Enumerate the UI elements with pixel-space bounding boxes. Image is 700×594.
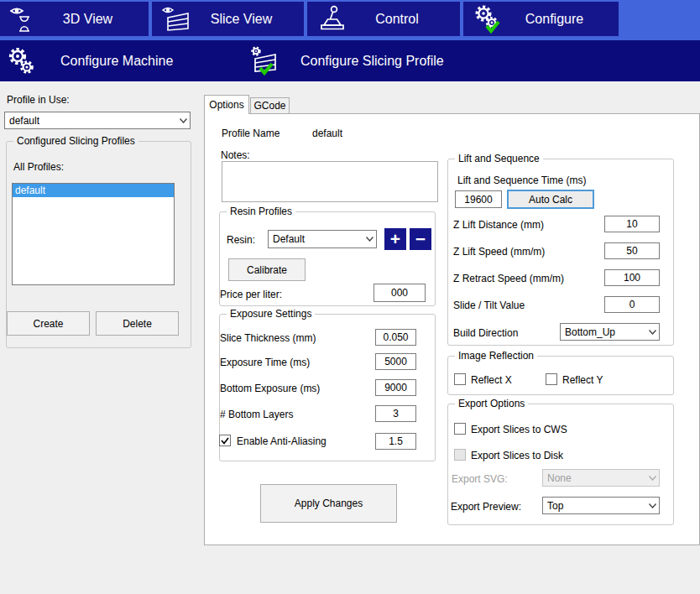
- export-svg-value: None: [543, 472, 645, 484]
- export-svg-label: Export SVG:: [452, 473, 508, 485]
- tab-configure[interactable]: Configure: [463, 2, 619, 36]
- group-title: Resin Profiles: [227, 206, 295, 217]
- add-resin-button[interactable]: +: [384, 228, 406, 250]
- group-title: Configured Slicing Profiles: [13, 135, 138, 147]
- slide-tilt-value-label: Slide / Tilt Value: [453, 300, 525, 311]
- check-icon: [221, 437, 229, 445]
- subnav-configure-machine[interactable]: Configure Machine: [7, 45, 173, 77]
- remove-resin-button[interactable]: −: [410, 228, 431, 250]
- z-lift-speed-label: Z Lift Speed (mm/m): [453, 246, 545, 258]
- export-disk-checkbox: [454, 449, 466, 461]
- reflect-x-checkbox[interactable]: [454, 373, 466, 385]
- tab-label: Configure: [505, 12, 619, 27]
- slide-tilt-value-input[interactable]: [604, 296, 660, 313]
- z-lift-speed-input[interactable]: [604, 242, 660, 259]
- bottom-exposure-label: Bottom Exposure (ms): [220, 383, 320, 394]
- export-disk-label: Export Slices to Disk: [471, 450, 563, 461]
- reflect-y-checkbox[interactable]: [546, 373, 557, 385]
- notes-label: Notes:: [221, 149, 250, 161]
- resin-value: Default: [269, 233, 363, 245]
- calibrate-button[interactable]: Calibrate: [228, 258, 306, 281]
- anti-aliasing-label: Enable Anti-Aliasing: [237, 435, 326, 447]
- exposure-time-input[interactable]: [375, 353, 416, 370]
- auto-calc-button[interactable]: Auto Calc: [507, 190, 594, 209]
- notes-textarea[interactable]: [222, 161, 438, 202]
- chevron-down-icon: [645, 330, 659, 335]
- slice-thickness-label: Slice Thickness (mm): [220, 332, 316, 344]
- export-preview-value: Top: [543, 500, 645, 512]
- tab-label: 3D View: [42, 12, 149, 27]
- subnav-label: Configure Machine: [60, 54, 173, 69]
- export-cws-label: Export Slices to CWS: [471, 424, 567, 435]
- tab-label: Slice View: [194, 12, 304, 27]
- chevron-down-icon: [645, 476, 659, 481]
- slice-check-icon: [247, 45, 280, 77]
- tab-gcode[interactable]: GCode: [250, 97, 290, 114]
- reflect-x-label: Reflect X: [471, 374, 512, 386]
- z-lift-distance-input[interactable]: [604, 216, 660, 232]
- joystick-icon: [316, 4, 349, 34]
- lift-sequence-time-label: Lift and Sequence Time (ms): [457, 175, 586, 186]
- price-per-liter-label: Price per liter:: [220, 289, 282, 300]
- subnav-configure-slicing-profile[interactable]: Configure Slicing Profile: [247, 45, 444, 77]
- resin-combobox[interactable]: Default: [268, 230, 377, 248]
- list-item-profile[interactable]: default: [13, 184, 174, 197]
- z-retract-speed-input[interactable]: [604, 269, 660, 286]
- delete-button[interactable]: Delete: [96, 311, 179, 336]
- profile-name-label: Profile Name: [222, 128, 279, 139]
- chevron-down-icon: [363, 237, 376, 242]
- build-direction-value: Bottom_Up: [561, 326, 645, 338]
- bottom-exposure-input[interactable]: [375, 379, 416, 396]
- profiles-listbox[interactable]: default: [12, 183, 175, 285]
- z-lift-distance-label: Z Lift Distance (mm): [453, 219, 544, 231]
- group-title: Exposure Settings: [227, 308, 315, 320]
- price-per-liter-input[interactable]: [374, 284, 426, 302]
- group-title: Lift and Sequence: [455, 153, 543, 164]
- tab-label: Control: [349, 12, 460, 27]
- profile-in-use-combobox[interactable]: default: [4, 112, 191, 129]
- group-title: Image Reflection: [455, 350, 537, 362]
- bottom-layers-input[interactable]: [375, 405, 416, 422]
- tab-control[interactable]: Control: [307, 2, 460, 36]
- anti-aliasing-checkbox[interactable]: [219, 435, 231, 446]
- export-preview-label: Export Preview:: [451, 501, 521, 513]
- build-direction-label: Build Direction: [453, 327, 518, 339]
- export-cws-checkbox[interactable]: [454, 423, 466, 435]
- reflect-y-label: Reflect Y: [562, 374, 603, 386]
- apply-changes-button[interactable]: Apply Changes: [260, 484, 397, 523]
- tab-options[interactable]: Options: [204, 95, 249, 114]
- top-nav-bar: 3D View Slice View Control Configur: [0, 0, 700, 40]
- eye-slice-icon: [160, 4, 194, 34]
- resin-label: Resin:: [227, 234, 255, 246]
- profile-name-value: default: [312, 128, 342, 139]
- gears-icon: [7, 45, 37, 77]
- eye-hourglass-icon: [8, 4, 42, 34]
- group-title: Export Options: [455, 398, 528, 409]
- minus-icon: −: [415, 231, 426, 248]
- create-button[interactable]: Create: [7, 311, 90, 336]
- gears-check-icon: [472, 4, 505, 34]
- chevron-down-icon: [645, 503, 659, 508]
- subnav-label: Configure Slicing Profile: [300, 54, 444, 69]
- sub-nav-bar: Configure Machine Configure Slicing Prof…: [0, 40, 700, 81]
- export-preview-combobox[interactable]: Top: [542, 497, 660, 514]
- plus-icon: +: [390, 231, 400, 248]
- tab-3d-view[interactable]: 3D View: [0, 2, 149, 36]
- build-direction-combobox[interactable]: Bottom_Up: [560, 323, 660, 341]
- bottom-layers-label: # Bottom Layers: [220, 409, 293, 420]
- tab-slice-view[interactable]: Slice View: [152, 2, 304, 36]
- anti-aliasing-input[interactable]: [375, 433, 416, 450]
- exposure-time-label: Exposure Time (ms): [220, 357, 310, 368]
- export-svg-combobox: None: [542, 469, 660, 487]
- lift-sequence-time-input[interactable]: [455, 190, 502, 208]
- profile-in-use-label: Profile in Use:: [7, 94, 70, 106]
- slice-thickness-input[interactable]: [375, 329, 416, 346]
- all-profiles-label: All Profiles:: [13, 161, 64, 173]
- z-retract-speed-label: Z Retract Speed (mm/m): [453, 273, 564, 284]
- profile-in-use-value: default: [5, 115, 176, 127]
- chevron-down-icon: [176, 118, 190, 123]
